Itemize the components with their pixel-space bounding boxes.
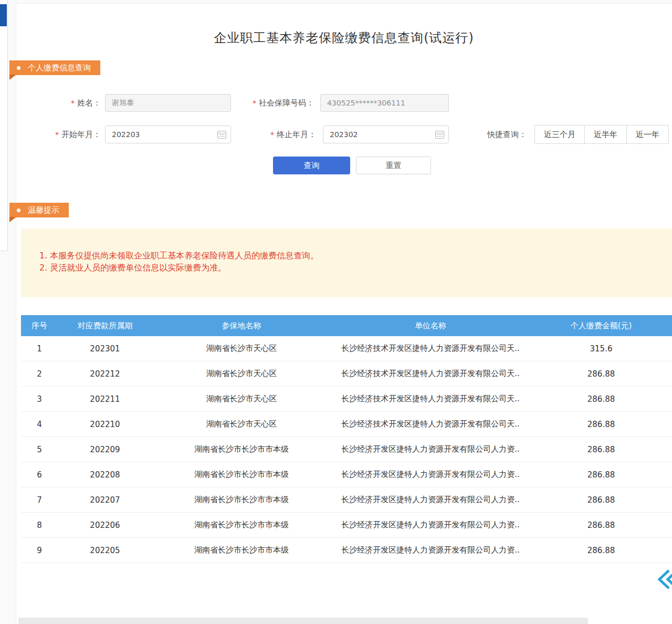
cell-company: 长沙经济开发区捷特人力资源开发有限公司人力资.. — [331, 545, 530, 555]
cell-seq: 7 — [21, 495, 58, 505]
ssn-field[interactable] — [320, 94, 449, 112]
cell-company: 长沙经济技术开发区捷特人力资源开发有限公司天.. — [331, 369, 530, 379]
results-table: 序号 对应费款所属期 参保地名称 单位名称 个人缴费金额(元) 1 202301… — [21, 315, 672, 563]
required-asterisk: * — [270, 130, 274, 139]
end-month-label: *终止年月： — [260, 126, 316, 143]
cell-seq: 6 — [21, 470, 58, 480]
cell-period: 202207 — [58, 495, 152, 505]
table-row: 2 202212 湖南省长沙市天心区 长沙经济技术开发区捷特人力资源开发有限公司… — [21, 361, 672, 387]
cell-amount: 286.88 — [530, 369, 672, 379]
required-asterisk: * — [55, 130, 59, 139]
cell-seq: 2 — [21, 369, 58, 379]
end-month-wrap — [323, 126, 449, 143]
quick-query-label: 快捷查询： — [487, 126, 527, 143]
name-label: *姓名： — [47, 94, 101, 112]
cell-area: 湖南省长沙市天心区 — [152, 419, 331, 429]
table-header-row: 序号 对应费款所属期 参保地名称 单位名称 个人缴费金额(元) — [21, 315, 672, 336]
table-body: 1 202301 湖南省长沙市天心区 长沙经济技术开发区捷特人力资源开发有限公司… — [21, 336, 672, 563]
cell-period: 202205 — [58, 546, 152, 555]
bullet-icon — [17, 66, 20, 70]
notice-box: 1. 本服务仅提供尚未领取企业职工基本养老保险待遇人员的缴费信息查询。 2. 灵… — [21, 228, 672, 297]
quick-btn-last-half-year[interactable]: 近半年 — [584, 125, 627, 144]
cell-area: 湖南省长沙市长沙市市本级 — [152, 444, 331, 454]
cell-amount: 286.88 — [530, 420, 672, 429]
cell-amount: 286.88 — [530, 394, 672, 404]
col-header-company: 单位名称 — [331, 321, 530, 331]
required-asterisk: * — [71, 99, 75, 107]
cell-amount: 286.88 — [530, 521, 672, 530]
left-sidebar-panel — [0, 0, 8, 251]
cell-seq: 1 — [21, 344, 58, 353]
cell-period: 202208 — [58, 470, 152, 480]
notice-line: 2. 灵活就业人员的缴费单位信息以实际缴费为准。 — [39, 262, 672, 274]
col-header-seq: 序号 — [21, 321, 58, 331]
collapse-double-chevron-icon[interactable] — [656, 567, 672, 591]
col-header-area: 参保地名称 — [152, 321, 331, 331]
table-row: 5 202209 湖南省长沙市长沙市市本级 长沙经济开发区捷特人力资源开发有限公… — [21, 437, 672, 462]
end-month-field[interactable] — [323, 126, 449, 143]
cell-area: 湖南省长沙市天心区 — [152, 344, 331, 353]
table-row: 8 202206 湖南省长沙市长沙市市本级 长沙经济开发区捷特人力资源开发有限公… — [21, 513, 672, 538]
ssn-label: *社会保障号码： — [239, 94, 314, 112]
cell-company: 长沙经济开发区捷特人力资源开发有限公司人力资.. — [331, 520, 530, 530]
section-badge-personal-payment-query: 个人缴费信息查询 — [9, 60, 100, 75]
cell-area: 湖南省长沙市天心区 — [152, 394, 331, 404]
table-row: 4 202210 湖南省长沙市天心区 长沙经济技术开发区捷特人力资源开发有限公司… — [21, 412, 672, 437]
cell-seq: 5 — [21, 445, 58, 454]
cell-seq: 3 — [21, 394, 58, 404]
quick-btn-last-year[interactable]: 近一年 — [626, 125, 669, 144]
cell-seq: 4 — [21, 420, 58, 429]
bullet-icon — [17, 209, 20, 212]
col-header-period: 对应费款所属期 — [58, 321, 152, 331]
cell-area: 湖南省长沙市长沙市市本级 — [152, 495, 331, 505]
cell-area: 湖南省长沙市天心区 — [152, 369, 331, 379]
cell-period: 202210 — [58, 420, 152, 429]
cell-seq: 8 — [21, 521, 58, 530]
query-button[interactable]: 查询 — [273, 157, 350, 174]
footer-strip — [18, 618, 588, 624]
quick-btn-last-3-months[interactable]: 近三个月 — [534, 125, 585, 144]
page-title: 企业职工基本养老保险缴费信息查询(试运行) — [16, 29, 672, 46]
cell-period: 202212 — [58, 369, 152, 379]
cell-company: 长沙经济开发区捷特人力资源开发有限公司人力资.. — [331, 444, 530, 454]
cell-period: 202211 — [58, 394, 152, 404]
table-row: 1 202301 湖南省长沙市天心区 长沙经济技术开发区捷特人力资源开发有限公司… — [21, 336, 672, 361]
quick-query-group: 近三个月 近半年 近一年 — [534, 125, 669, 144]
sidebar-collapsed-tab[interactable] — [0, 4, 7, 26]
page: 企业职工基本养老保险缴费信息查询(试运行) 个人缴费信息查询 *姓名： *社会保… — [0, 0, 672, 624]
cell-amount: 286.88 — [530, 546, 672, 555]
cell-area: 湖南省长沙市长沙市市本级 — [152, 470, 331, 480]
col-header-amount: 个人缴费金额(元) — [530, 321, 672, 331]
cell-company: 长沙经济开发区捷特人力资源开发有限公司人力资.. — [331, 495, 530, 505]
name-field[interactable] — [105, 94, 231, 112]
section-badge-tips: 温馨提示 — [9, 203, 69, 217]
reset-button[interactable]: 重置 — [356, 157, 431, 174]
calendar-icon[interactable] — [217, 131, 226, 139]
cell-company: 长沙经济技术开发区捷特人力资源开发有限公司天.. — [331, 419, 530, 429]
cell-seq: 9 — [21, 546, 58, 555]
cell-company: 长沙经济开发区捷特人力资源开发有限公司人力资.. — [331, 470, 530, 480]
cell-area: 湖南省长沙市长沙市市本级 — [152, 545, 331, 555]
notice-line: 1. 本服务仅提供尚未领取企业职工基本养老保险待遇人员的缴费信息查询。 — [39, 249, 672, 262]
cell-area: 湖南省长沙市长沙市市本级 — [152, 520, 331, 530]
start-month-field[interactable] — [105, 126, 231, 143]
cell-amount: 286.88 — [530, 445, 672, 454]
table-row: 6 202208 湖南省长沙市长沙市市本级 长沙经济开发区捷特人力资源开发有限公… — [21, 462, 672, 487]
start-month-wrap — [105, 126, 231, 143]
cell-company: 长沙经济技术开发区捷特人力资源开发有限公司天.. — [331, 394, 530, 404]
cell-company: 长沙经济技术开发区捷特人力资源开发有限公司天.. — [331, 344, 530, 353]
start-month-label: *开始年月： — [42, 126, 101, 143]
cell-period: 202206 — [58, 521, 152, 530]
cell-amount: 315.6 — [530, 344, 672, 353]
table-row: 3 202211 湖南省长沙市天心区 长沙经济技术开发区捷特人力资源开发有限公司… — [21, 387, 672, 412]
table-row: 7 202207 湖南省长沙市长沙市市本级 长沙经济开发区捷特人力资源开发有限公… — [21, 487, 672, 513]
cell-period: 202301 — [58, 344, 152, 353]
cell-amount: 286.88 — [530, 470, 672, 480]
section-badge-label: 个人缴费信息查询 — [28, 63, 91, 73]
table-row: 9 202205 湖南省长沙市长沙市市本级 长沙经济开发区捷特人力资源开发有限公… — [21, 538, 672, 563]
cell-amount: 286.88 — [530, 495, 672, 505]
section-badge-label: 温馨提示 — [28, 205, 59, 215]
calendar-icon[interactable] — [435, 131, 444, 139]
required-asterisk: * — [253, 99, 256, 107]
cell-period: 202209 — [58, 445, 152, 454]
